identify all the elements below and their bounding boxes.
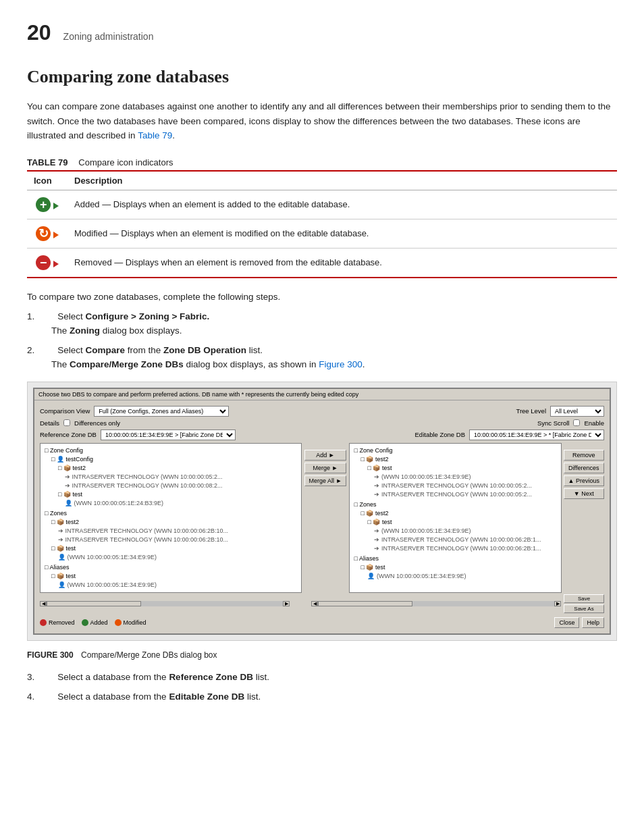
right-tree-item: □ 📦 test (354, 563, 558, 572)
right-panel-area: □ Zone Config □ 📦 test2 □ 📦 test ➔ (WWN … (349, 443, 604, 593)
enable-checkbox[interactable] (573, 419, 580, 426)
legend-area: Removed Added Modified (40, 619, 146, 626)
previous-button[interactable]: ▲ Previous (564, 475, 604, 486)
left-tree-item: 👤 (WWN 10:00:00:05:1E:34:E9:9E) (45, 581, 298, 590)
col-header-icon: Icon (27, 171, 68, 190)
left-tree-item: □ 📦 test2 (45, 464, 298, 473)
left-tree-item: 👤 (WWN 10:00:00:05:1E:34:E9:9E) (45, 553, 298, 562)
step-3-number: 3. (27, 672, 34, 682)
scroll-thumb-left[interactable] (47, 601, 141, 606)
ref-zone-db-select[interactable]: 10:00:00:05:1E:34:E9:9E > [Fabric Zone D… (101, 429, 236, 440)
right-tree-item: □ 📦 test2 (354, 455, 558, 464)
table-row: − Removed — Displays when an element is … (27, 248, 617, 278)
table-title: Compare icon indicators (78, 157, 173, 167)
right-tree-item: □ Zones (354, 500, 558, 509)
dialog-second-controls: Details Differences only Sync Scroll Ena… (40, 419, 604, 427)
icon-cell-added: + (27, 190, 68, 219)
added-icon: + (36, 197, 51, 212)
merge-button[interactable]: Merge ► (304, 463, 347, 473)
page-number: 20 (27, 20, 51, 45)
removed-legend-dot (40, 619, 47, 626)
merge-all-button[interactable]: Merge All ► (304, 475, 347, 486)
left-tree-item: ➔ INTRASERVER TECHNOLOGY (WWN 10:00:00:0… (45, 536, 298, 544)
steps-section: To compare two zone databases, complete … (27, 292, 617, 702)
figure-ref-link[interactable]: Figure 300 (319, 359, 363, 369)
edit-zone-db-select[interactable]: 10:00:00:05:1E:34:E9:9E > * [Fabric Zone… (469, 429, 604, 440)
steps-intro: To compare two zone databases, complete … (27, 292, 617, 302)
left-scrollbar[interactable]: ◀ ▶ (40, 594, 290, 613)
comparison-view-select[interactable]: Full (Zone Configs, Zones and Aliases) (94, 406, 229, 417)
table-row: + Added — Displays when an element is ad… (27, 190, 617, 219)
left-tree-item: □ 📦 test (45, 544, 298, 553)
step-2: 2. Select Compare from the Zone DB Opera… (27, 345, 617, 369)
remove-button[interactable]: Remove (564, 450, 604, 461)
step-1: 1. Select Configure > Zoning > Fabric. T… (27, 311, 617, 336)
table-caption: TABLE 79 Compare icon indicators (27, 157, 617, 167)
icon-cell-modified: ↻ (27, 219, 68, 248)
differences-only-checkbox[interactable] (63, 419, 70, 426)
mid-buttons-panel: Add ► Merge ► Merge All ► (304, 443, 347, 593)
scroll-left-btn2[interactable]: ◀ (311, 601, 318, 606)
figure-container: Choose two DBS to compare and perform pr… (27, 382, 617, 641)
table-ref-link[interactable]: Table 79 (138, 130, 172, 140)
step-1-note: The Zoning dialog box displays. (51, 325, 617, 336)
left-tree-item: □ Zones (45, 509, 298, 518)
left-panel: □ Zone Config □ 👤 testConfig □ 📦 test2 ➔… (40, 443, 302, 593)
differences-button[interactable]: Differences (564, 463, 604, 473)
left-tree: □ Zone Config □ 👤 testConfig □ 📦 test2 ➔… (43, 446, 298, 590)
footer-buttons: Close Help (554, 617, 604, 628)
sync-scroll-label: Sync Scroll (537, 419, 570, 427)
edit-zone-db-label: Editable Zone DB (415, 431, 465, 438)
col-header-desc: Description (68, 171, 617, 190)
desc-cell-modified: Modified — Displays when an element is m… (68, 219, 617, 248)
step-3-action: Select a database from the Reference Zon… (57, 672, 269, 682)
enable-label: Enable (584, 419, 604, 427)
page-section-title: Zoning administration (63, 31, 154, 42)
ref-zone-db-label: Reference Zone DB (40, 431, 97, 438)
modified-icon: ↻ (36, 226, 51, 241)
legend-modified: Modified (115, 619, 146, 626)
right-panel: □ Zone Config □ 📦 test2 □ 📦 test ➔ (WWN … (349, 443, 561, 593)
right-tree-item: ➔ INTRASERVER TECHNOLOGY (WWN 10:00:00:0… (354, 481, 558, 490)
step-4-action: Select a database from the Editable Zone… (57, 692, 261, 702)
right-tree-item: ➔ (WWN 10:00:00:05:1E:34:E9:9E) (354, 527, 558, 536)
dialog-top-controls: Comparison View Full (Zone Configs, Zone… (40, 406, 604, 417)
added-legend-dot (82, 619, 88, 626)
left-tree-item: □ 📦 test (45, 572, 298, 581)
scroll-thumb-right[interactable] (318, 601, 412, 606)
step-4: 4. Select a database from the Editable Z… (27, 692, 617, 702)
legend-removed-label: Removed (49, 619, 75, 626)
scroll-track-left[interactable] (47, 601, 283, 606)
legend-added: Added (82, 619, 108, 626)
right-scrollbar[interactable]: ◀ ▶ (311, 594, 561, 613)
save-button[interactable]: Save (564, 594, 604, 603)
help-button[interactable]: Help (582, 617, 604, 628)
left-tree-item: ➔ INTRASERVER TECHNOLOGY (WWN 10:00:00:0… (45, 527, 298, 536)
legend-removed: Removed (40, 619, 75, 626)
save-as-button[interactable]: Save As (564, 604, 604, 613)
left-tree-item: □ Zone Config (45, 446, 298, 455)
scroll-right-btn[interactable]: ▶ (283, 601, 290, 606)
close-button[interactable]: Close (554, 617, 579, 628)
right-tree-item: ➔ INTRASERVER TECHNOLOGY (WWN 10:00:00:0… (354, 544, 558, 553)
step-2-number: 2. (27, 345, 34, 355)
arrow-right-removed-icon (53, 261, 59, 267)
section-title: Comparing zone databases (27, 67, 617, 87)
page-header: 20 Zoning administration (27, 20, 617, 45)
right-tree-item: □ Zone Config (354, 446, 558, 455)
left-tree-item: ➔ INTRASERVER TECHNOLOGY (WWN 10:00:00:0… (45, 481, 298, 490)
legend-added-label: Added (90, 619, 108, 626)
scroll-left-btn[interactable]: ◀ (40, 601, 47, 606)
left-tree-item: □ 👤 testConfig (45, 455, 298, 464)
right-tree: □ Zone Config □ 📦 test2 □ 📦 test ➔ (WWN … (352, 446, 558, 581)
tree-level-select[interactable]: All Level (550, 406, 604, 417)
dialog-main-panels: □ Zone Config □ 👤 testConfig □ 📦 test2 ➔… (40, 443, 604, 593)
add-button[interactable]: Add ► (304, 450, 347, 461)
left-tree-item: ➔ INTRASERVER TECHNOLOGY (WWN 10:00:00:0… (45, 473, 298, 481)
step-2-action: Select Compare from the Zone DB Operatio… (57, 345, 263, 355)
next-button[interactable]: ▼ Next (564, 488, 604, 499)
dialog-footer: Removed Added Modified (40, 617, 604, 628)
right-tree-item: □ Aliases (354, 554, 558, 563)
scroll-track-right[interactable] (318, 601, 554, 606)
scroll-right-btn2[interactable]: ▶ (554, 601, 561, 606)
